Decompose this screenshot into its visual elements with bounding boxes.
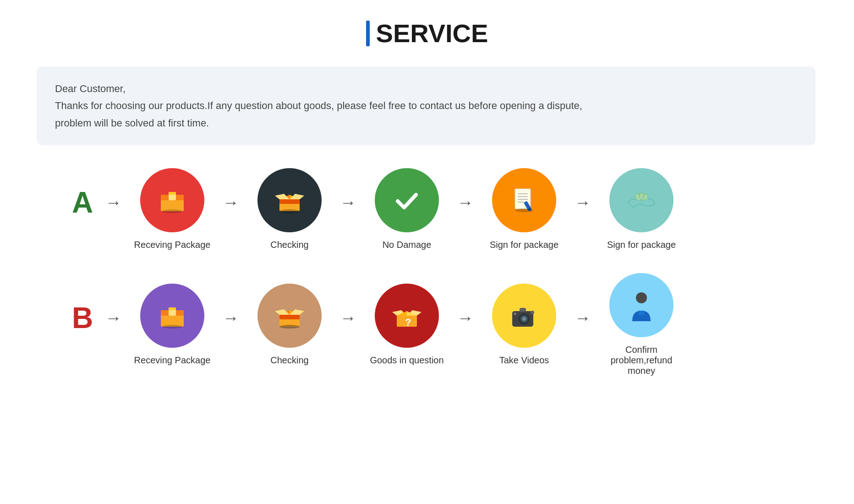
flow-a-arrow-3: → [457, 193, 474, 212]
flow-a-label-5: Sign for package [607, 240, 676, 250]
flow-b-icon-5 [609, 273, 673, 337]
flow-a-label-1: Receving Package [134, 240, 211, 250]
title-section: SERVICE [37, 18, 817, 48]
flow-a-step-1: Receving Package [126, 168, 218, 250]
flow-b-label-5: Confirm problem,refund money [596, 345, 687, 376]
svg-point-20 [515, 208, 533, 212]
flow-b-arrow-1: → [223, 308, 239, 328]
flow-b-label-4: Take Videos [499, 355, 549, 366]
svg-text:?: ? [405, 317, 411, 328]
flow-b-arrow-0: → [105, 308, 122, 328]
flow-a-icon-2 [257, 168, 322, 232]
flow-a-icon-4 [492, 168, 556, 232]
flow-b-icon-1 [140, 284, 204, 348]
svg-rect-6 [279, 199, 300, 204]
flow-a-label-4: Sign for package [490, 240, 558, 250]
message-line2: Thanks for choosing our products.If any … [55, 97, 797, 114]
flow-a-label-3: No Damage [383, 240, 432, 250]
flow-b-icon-3: ? [375, 284, 439, 348]
flow-a-icon-5 [609, 168, 673, 232]
flow-b-section: B → Receving Package → [37, 273, 817, 376]
flow-b-step-3: ? Goods in question [361, 284, 453, 366]
flow-a-icon-1 [140, 168, 204, 232]
flow-b-row: B → Receving Package → [37, 273, 817, 376]
flow-b-icon-2 [257, 284, 322, 348]
flow-b-arrow-3: → [457, 308, 474, 328]
svg-rect-48 [639, 311, 644, 315]
flow-a-step-2: Checking [244, 168, 335, 250]
flow-a-label-2: Checking [270, 240, 308, 250]
svg-rect-44 [520, 308, 526, 312]
flow-a-step-5: Sign for package [596, 168, 687, 250]
flow-b-step-4: Take Videos [478, 284, 570, 366]
svg-point-46 [514, 312, 516, 315]
page-container: SERVICE Dear Customer, Thanks for choosi… [0, 0, 854, 504]
page-title-text: SERVICE [376, 18, 488, 48]
flow-b-step-2: Checking [244, 284, 335, 366]
flow-b-label-3: Goods in question [370, 355, 443, 366]
flow-b-arrow-2: → [340, 308, 356, 328]
flow-b-arrow-4: → [575, 308, 591, 328]
message-line3: problem will be solved at first time. [55, 115, 797, 131]
svg-point-32 [279, 325, 300, 329]
flow-a-arrow-0: → [105, 193, 122, 212]
flow-a-step-4: Sign for package [478, 168, 570, 250]
svg-rect-24 [169, 307, 176, 310]
flow-a-row: A → Receving Package [37, 168, 817, 250]
flow-b-step-5: Confirm problem,refund money [596, 273, 687, 376]
svg-point-4 [162, 209, 182, 213]
flow-a-step-3: No Damage [361, 168, 453, 250]
svg-rect-3 [169, 192, 176, 195]
flow-a-label: A [64, 186, 101, 219]
message-line1: Dear Customer, [55, 80, 797, 97]
flow-a-arrow-4: → [575, 193, 591, 212]
flow-a-icon-3 [375, 168, 439, 232]
svg-rect-27 [279, 315, 300, 319]
page-title: SERVICE [366, 18, 488, 48]
flow-b-label: B [64, 301, 101, 335]
flow-a-section: A → Receving Package [37, 168, 817, 250]
title-accent-bar [366, 21, 370, 46]
flow-b-step-1: Receving Package [126, 284, 218, 366]
flow-b-label-1: Receving Package [134, 355, 211, 366]
svg-point-45 [531, 311, 534, 314]
svg-point-47 [636, 292, 647, 303]
svg-point-43 [523, 318, 526, 320]
flow-b-label-2: Checking [270, 355, 308, 366]
flow-b-icon-4 [492, 284, 556, 348]
message-box: Dear Customer, Thanks for choosing our p… [37, 66, 816, 145]
flow-a-arrow-1: → [223, 193, 239, 212]
svg-point-25 [162, 325, 182, 329]
svg-point-11 [279, 209, 300, 213]
flow-a-arrow-2: → [340, 193, 356, 212]
